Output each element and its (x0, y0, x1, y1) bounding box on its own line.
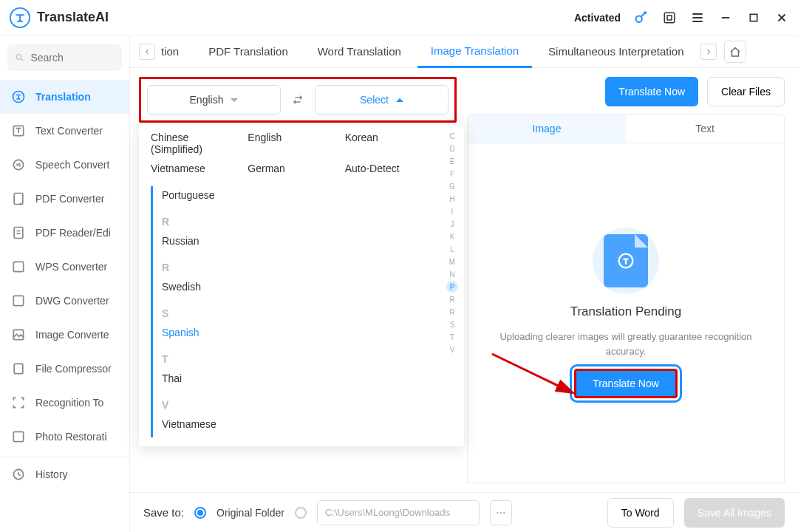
source-language-select[interactable]: English (147, 85, 281, 115)
key-icon[interactable] (634, 10, 649, 25)
pending-title: Translation Pending (570, 304, 682, 319)
save-path-field[interactable]: C:\Users\MLoong\Downloads (317, 500, 480, 525)
radio-custom-path[interactable] (295, 507, 307, 519)
tab-simultaneous[interactable]: Simultaneous Interpretation (535, 35, 697, 68)
lang-option[interactable]: English (248, 130, 337, 157)
tab-truncated[interactable]: tion (158, 35, 192, 68)
lang-option[interactable]: Chinese (Simplified) (151, 130, 240, 157)
alpha-index-letter[interactable]: R (446, 293, 458, 305)
alpha-index: CDEFGHIJKLMNPRRSTV (446, 130, 458, 355)
alpha-index-letter[interactable]: E (446, 155, 458, 167)
tabs-scroll-left[interactable] (139, 44, 155, 60)
maximize-icon[interactable] (746, 10, 761, 25)
translate-now-button[interactable]: Translate Now (605, 77, 698, 106)
close-icon[interactable] (774, 10, 789, 25)
lang-letter: R (162, 262, 464, 273)
menu-icon[interactable] (690, 10, 705, 25)
lang-option[interactable]: Korean (345, 130, 434, 157)
lang-option[interactable]: Thai (162, 369, 464, 387)
alpha-index-letter[interactable]: M (446, 256, 458, 267)
lang-option[interactable]: Russian (162, 232, 464, 250)
tab-pdf-translation[interactable]: PDF Translation (195, 35, 301, 68)
sidebar-item-history[interactable]: History (0, 457, 129, 491)
result-tab-text[interactable]: Text (626, 115, 784, 143)
sidebar-item-photo-restore[interactable]: Photo Restorati (0, 420, 129, 454)
result-tab-image[interactable]: Image (468, 115, 626, 143)
screenshot-icon[interactable] (662, 10, 677, 25)
sidebar-item-label: History (35, 468, 68, 480)
svg-rect-14 (14, 364, 23, 373)
sidebar-item-pdf-converter[interactable]: PDF Converter (0, 182, 129, 216)
translate-now-button-main[interactable]: Translate Now (574, 369, 678, 398)
clear-files-button[interactable]: Clear Files (707, 77, 785, 106)
search-input-wrap[interactable] (7, 44, 122, 71)
wps-icon (10, 259, 27, 275)
sidebar-item-text-converter[interactable]: Text Converter (0, 114, 129, 148)
lang-option-selected[interactable]: Spanish (162, 324, 464, 341)
sidebar-item-translation[interactable]: Translation (0, 80, 129, 114)
lang-option[interactable]: Vietnamese (162, 415, 464, 433)
lang-option[interactable]: Vietnamese (151, 161, 240, 176)
target-language-select[interactable]: Select (315, 85, 449, 115)
restore-icon (10, 429, 27, 445)
pdf-icon (10, 191, 27, 207)
radio-original-label: Original Folder (216, 507, 284, 519)
sidebar-item-label: Photo Restorati (35, 431, 107, 443)
lang-option[interactable]: Portuguese (162, 186, 464, 204)
source-language-label: English (190, 94, 224, 106)
target-language-label: Select (360, 94, 389, 106)
swap-languages-button[interactable] (288, 90, 307, 109)
svg-rect-11 (13, 262, 23, 271)
browse-path-button[interactable]: ··· (490, 500, 512, 525)
alpha-index-letter[interactable]: L (446, 243, 458, 255)
alpha-index-letter[interactable]: V (446, 344, 458, 355)
lang-letter: R (162, 216, 464, 228)
license-status: Activated (574, 12, 621, 24)
pending-graphic (593, 228, 659, 294)
tab-image-translation[interactable]: Image Translation (417, 35, 532, 68)
pending-subtitle: Uploading clearer images will greatly gu… (482, 330, 769, 358)
alpha-index-letter[interactable]: T (446, 331, 458, 343)
sidebar-item-wps-converter[interactable]: WPS Converter (0, 250, 129, 284)
sidebar-item-file-compressor[interactable]: File Compressor (0, 352, 129, 386)
tab-word-translation[interactable]: Word Translation (304, 35, 415, 68)
alpha-index-letter[interactable]: J (446, 218, 458, 230)
lang-option[interactable]: Swedish (162, 278, 464, 296)
save-to-label: Save to: (143, 506, 184, 519)
dwg-icon (10, 293, 27, 309)
sidebar-item-pdf-reader[interactable]: PDF Reader/Edi (0, 216, 129, 250)
tabs-scroll-right[interactable] (700, 44, 717, 60)
sidebar-item-speech-convert[interactable]: Speech Convert (0, 148, 129, 182)
alpha-index-letter[interactable]: D (446, 143, 458, 154)
radio-original-folder[interactable] (194, 507, 206, 519)
minimize-icon[interactable] (718, 10, 733, 25)
svg-rect-9 (14, 194, 23, 205)
to-word-button[interactable]: To Word (607, 498, 674, 528)
alpha-index-letter[interactable]: G (446, 180, 458, 192)
lang-letter: T (162, 353, 464, 365)
lang-option[interactable]: German (248, 161, 337, 176)
sidebar-item-label: PDF Reader/Edi (35, 227, 111, 239)
alpha-index-letter[interactable]: R (446, 306, 458, 318)
chevron-down-icon (231, 98, 238, 102)
sidebar-item-recognition[interactable]: Recognition To (0, 386, 129, 420)
translate-icon (10, 89, 27, 105)
save-all-images-button[interactable]: Save All Images (684, 498, 785, 528)
alpha-index-letter[interactable]: F (446, 168, 458, 180)
alpha-index-letter[interactable]: S (446, 318, 458, 330)
sidebar-item-dwg-converter[interactable]: DWG Converter (0, 284, 129, 318)
alpha-index-letter[interactable]: P (446, 281, 458, 293)
alpha-index-letter[interactable]: H (446, 193, 458, 205)
svg-rect-4 (750, 14, 757, 21)
sidebar-item-label: Recognition To (35, 397, 103, 409)
search-input[interactable] (30, 52, 115, 64)
sidebar-item-image-converter[interactable]: Image Converte (0, 318, 129, 352)
svg-point-1 (636, 16, 642, 21)
pdf-edit-icon (10, 225, 27, 241)
alpha-index-letter[interactable]: C (446, 130, 458, 142)
lang-option[interactable]: Auto-Detect (345, 161, 434, 176)
alpha-index-letter[interactable]: N (446, 268, 458, 280)
alpha-index-letter[interactable]: I (446, 205, 458, 217)
home-button[interactable] (724, 41, 746, 63)
alpha-index-letter[interactable]: K (446, 231, 458, 242)
